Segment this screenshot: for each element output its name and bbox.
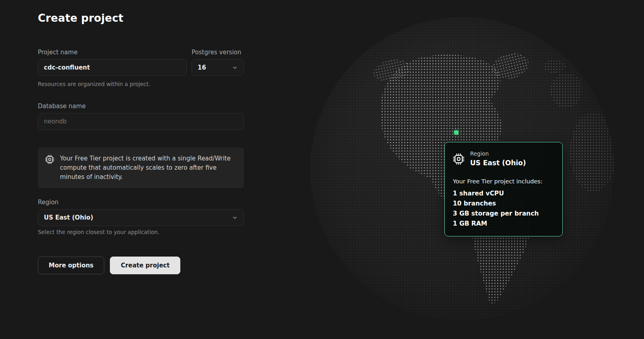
- postgres-version-select[interactable]: 16: [192, 59, 244, 76]
- tooltip-include-item: 1 shared vCPU: [453, 189, 554, 199]
- region-tooltip-value: US East (Ohio): [470, 158, 526, 167]
- postgres-version-field-group: Postgres version 16: [192, 48, 244, 88]
- region-marker-dot: [454, 130, 458, 135]
- chevron-down-icon: [232, 215, 238, 221]
- region-tooltip-card: Region US East (Ohio) Your Free Tier pro…: [444, 142, 563, 236]
- postgres-version-label: Postgres version: [192, 48, 244, 56]
- region-label: Region: [38, 198, 244, 206]
- create-project-button[interactable]: Create project: [110, 257, 180, 274]
- project-name-field-group: Project name Resources are organized wit…: [38, 48, 187, 88]
- form-actions: More options Create project: [38, 257, 244, 274]
- project-name-input[interactable]: [38, 59, 187, 76]
- tooltip-include-item: 1 GB RAM: [453, 219, 554, 229]
- more-options-button[interactable]: More options: [38, 257, 104, 274]
- project-name-help: Resources are organized within a project…: [38, 80, 187, 88]
- includes-heading: Your Free Tier project includes:: [453, 178, 554, 185]
- region-select[interactable]: US East (Ohio): [38, 209, 244, 226]
- free-tier-notice-text: Your Free Tier project is created with a…: [60, 154, 237, 182]
- region-tooltip-titles: Region US East (Ohio): [470, 150, 526, 167]
- region-help: Select the region closest to your applic…: [38, 228, 244, 236]
- database-name-label: Database name: [38, 102, 244, 110]
- region-field-group: Region US East (Ohio) Select the region …: [38, 198, 244, 236]
- cpu-chip-icon: [45, 155, 54, 164]
- includes-list: 1 shared vCPU 10 branches 3 GB storage p…: [453, 189, 554, 229]
- cpu-chip-icon: [453, 153, 464, 165]
- page-title: Create project: [38, 12, 244, 24]
- tooltip-include-item: 3 GB storage per branch: [453, 209, 554, 219]
- region-select-value: US East (Ohio): [44, 214, 93, 221]
- region-tooltip-header: Region US East (Ohio): [453, 150, 554, 167]
- project-name-label: Project name: [38, 48, 187, 56]
- tooltip-include-item: 10 branches: [453, 199, 554, 209]
- database-name-field-group: Database name: [38, 102, 244, 130]
- postgres-version-value: 16: [198, 64, 206, 71]
- create-project-form: Create project Project name Resources ar…: [38, 12, 244, 274]
- database-name-input[interactable]: [38, 113, 244, 130]
- region-tooltip-label: Region: [470, 150, 526, 157]
- name-version-row: Project name Resources are organized wit…: [38, 48, 244, 88]
- chevron-down-icon: [232, 65, 238, 71]
- free-tier-notice: Your Free Tier project is created with a…: [38, 148, 244, 188]
